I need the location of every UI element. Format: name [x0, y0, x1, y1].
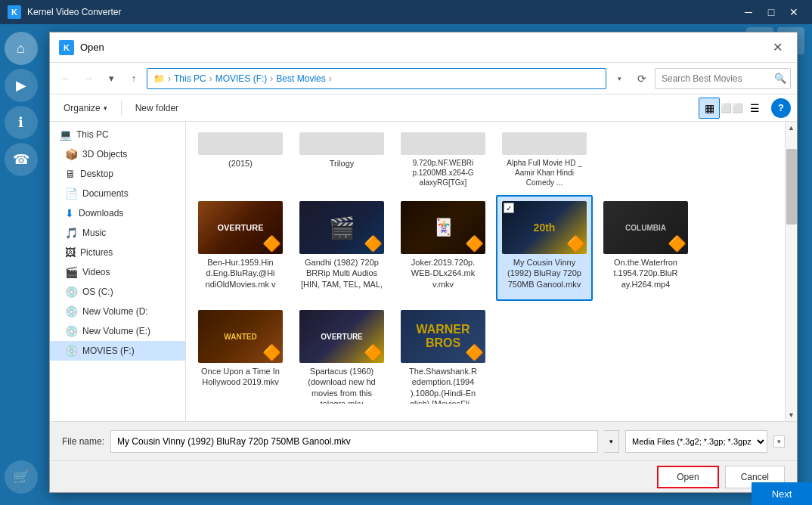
files-area: (2015) Trilogy 9.720p.NF.WEBRi p.1200MB.…	[186, 122, 797, 421]
nav-item-videos[interactable]: 🎬 Videos	[50, 262, 185, 282]
vlc-icon: 🔶	[262, 234, 281, 253]
file-name-joker: Joker.2019.720p. WEB-DLx264.mk v.mkv	[401, 257, 485, 290]
file-item-joker[interactable]: 🃏 🔶 Joker.2019.720p. WEB-DLx264.mk v.mkv	[395, 195, 491, 301]
filename-label: File name:	[62, 436, 104, 447]
view-icons-button[interactable]: ▦	[699, 98, 720, 119]
window-controls: ─ □ ✕	[738, 2, 804, 23]
vlc-icon-vinny: 🔶	[566, 234, 585, 253]
view-details-button[interactable]: ⬜⬜	[721, 98, 742, 119]
new-folder-button[interactable]: New folder	[128, 98, 186, 119]
close-button[interactable]: ✕	[783, 2, 804, 23]
nav-item-downloads[interactable]: ⬇ Downloads	[50, 203, 185, 223]
desktop-icon: 🖥	[65, 168, 76, 180]
nav-item-pictures[interactable]: 🖼 Pictures	[50, 243, 185, 262]
filename-dropdown[interactable]: ▾	[604, 430, 619, 453]
scroll-up-arrow[interactable]: ▲	[788, 122, 795, 134]
action-buttons-row: Open Cancel	[50, 460, 797, 492]
breadcrumb-movies[interactable]: MOVIES (F:)	[215, 73, 268, 84]
nav-item-desktop[interactable]: 🖥 Desktop	[50, 164, 185, 184]
file-item-shawshank[interactable]: WARNERBROS 🔶 The.Shawshank.R edemption.(…	[395, 304, 491, 410]
vlc-icon-gandhi: 🔶	[364, 234, 383, 253]
open-button[interactable]: Open	[657, 466, 718, 488]
content-area: 💻 This PC 📦 3D Objects 🖥 Desktop 📄 Docum…	[50, 122, 797, 421]
nav-item-thispc[interactable]: 💻 This PC	[50, 125, 185, 144]
scroll-track	[786, 134, 797, 409]
files-grid: OVERTURE 🔶 Ben-Hur.1959.Hin d.Eng.BluRay…	[192, 195, 791, 410]
scroll-thumb[interactable]	[786, 149, 797, 225]
disk-e-icon: 💿	[65, 325, 78, 337]
nav-item-documents[interactable]: 📄 Documents	[50, 184, 185, 203]
dialog-title-bar: K Open ✕	[50, 33, 797, 63]
file-item-onceupon[interactable]: WANTED 🔶 Once Upon a Time In Hollywood 2…	[192, 304, 289, 410]
filename-bar: File name: ▾ Media Files (*.3g2; *.3gp; …	[50, 421, 797, 460]
file-name-vinny: My Cousin Vinny (1992) BluRay 720p 750MB…	[502, 257, 587, 290]
refresh-button[interactable]: ⟳	[632, 69, 652, 88]
scroll-down-arrow[interactable]: ▼	[788, 409, 795, 421]
file-thumb-benhur: OVERTURE 🔶	[198, 201, 283, 254]
sidebar-info-button[interactable]: ℹ	[5, 106, 38, 139]
toolbar: Organize ▾ New folder ▦ ⬜⬜ ☰ ?	[50, 94, 797, 122]
app-icon: K	[8, 5, 21, 19]
disk-f-icon: 💿	[65, 345, 78, 357]
videos-icon: 🎬	[65, 266, 78, 278]
up-button[interactable]: ↑	[124, 69, 144, 88]
dialog-icon: K	[59, 40, 74, 55]
sidebar-home-button[interactable]: ⌂	[5, 32, 38, 65]
file-item-spartacus[interactable]: OVERTURE 🔶 Spartacus (1960) (download ne…	[293, 304, 390, 410]
sidebar-video-button[interactable]: ▶	[5, 69, 38, 102]
partial-top-row: (2015) Trilogy 9.720p.NF.WEBRi p.1200MB.…	[192, 128, 791, 192]
vertical-scrollbar[interactable]: ▲ ▼	[785, 122, 797, 421]
file-item-benhur[interactable]: OVERTURE 🔶 Ben-Hur.1959.Hin d.Eng.BluRay…	[192, 195, 289, 301]
file-name-gandhi: Gandhi (1982) 720p BRRip Multi Audios [H…	[299, 257, 384, 295]
minimize-button[interactable]: ─	[738, 2, 759, 23]
address-dropdown-button[interactable]: ▾	[609, 69, 629, 88]
files-scroll-container[interactable]: (2015) Trilogy 9.720p.NF.WEBRi p.1200MB.…	[186, 122, 797, 421]
vlc-icon-waterfront: 🔶	[668, 234, 686, 253]
view-list-button[interactable]: ☰	[744, 98, 765, 119]
file-thumb-gandhi: 🎬 🔶	[299, 201, 384, 254]
file-item-gandhi[interactable]: 🎬 🔶 Gandhi (1982) 720p BRRip Multi Audio…	[293, 195, 390, 301]
computer-icon: 💻	[59, 129, 72, 141]
address-bar: ← → ▾ ↑ 📁 › This PC › MOVIES (F:) › Best…	[50, 63, 797, 94]
maximize-button[interactable]: □	[761, 2, 782, 23]
sidebar-phone-button[interactable]: ☎	[5, 143, 38, 176]
file-name-spartacus: Spartacus (1960) (download new hd movies…	[299, 366, 384, 404]
dialog-close-button[interactable]: ✕	[767, 37, 788, 58]
file-thumb-joker: 🃏 🔶	[401, 201, 485, 254]
view-buttons: ▦ ⬜⬜ ☰	[699, 98, 765, 119]
downloads-icon: ⬇	[65, 207, 74, 219]
vlc-icon-spartacus: 🔶	[364, 343, 383, 361]
nav-item-movies-f[interactable]: 💿 MOVIES (F:)	[50, 341, 185, 361]
organize-button[interactable]: Organize ▾	[56, 98, 115, 119]
partial-item-2: Trilogy	[293, 128, 390, 192]
music-icon: 🎵	[65, 227, 78, 239]
toolbar-separator	[121, 101, 122, 116]
new-volume-label: New Volume (E:)	[82, 326, 179, 336]
disk-c-icon: 💿	[65, 286, 78, 298]
partial-item-5	[597, 128, 694, 192]
app-title: Kernel Video Converter	[27, 7, 738, 17]
nav-item-music[interactable]: 🎵 Music	[50, 223, 185, 243]
back-button[interactable]: ←	[56, 69, 76, 88]
next-button[interactable]: Next	[752, 482, 812, 505]
filename-input[interactable]	[110, 430, 598, 453]
nav-item-newvol-d[interactable]: 💿 New Volume (D:	[50, 302, 185, 321]
dropdown-nav-button[interactable]: ▾	[101, 69, 121, 88]
nav-item-3dobjects[interactable]: 📦 3D Objects	[50, 144, 185, 164]
file-item-vinny[interactable]: ✓ 20th 🔶 My Cousin Vinny (1992) BluRay 7…	[496, 195, 593, 301]
help-button[interactable]: ?	[771, 98, 791, 118]
search-input[interactable]	[655, 68, 791, 89]
file-item-waterfront[interactable]: COLUMBIA 🔶 On.the.Waterfron t.1954.720p.…	[597, 195, 694, 301]
sidebar-shop-button[interactable]: 🛒	[5, 460, 38, 494]
nav-item-newvol-e[interactable]: 💿 New Volume (E:)	[50, 321, 185, 341]
file-thumb-waterfront: COLUMBIA 🔶	[603, 201, 688, 254]
breadcrumb-thispc[interactable]: This PC	[174, 73, 206, 84]
filetype-dropdown[interactable]: ▾	[773, 435, 785, 448]
left-navigation: 💻 This PC 📦 3D Objects 🖥 Desktop 📄 Docum…	[50, 122, 186, 421]
breadcrumb-bestmovies[interactable]: Best Movies	[276, 73, 325, 84]
3dobjects-icon: 📦	[65, 148, 78, 160]
forward-button[interactable]: →	[79, 69, 98, 88]
breadcrumb-folder-icon[interactable]: 📁	[153, 73, 165, 84]
nav-item-osc[interactable]: 💿 OS (C:)	[50, 282, 185, 302]
filetype-select[interactable]: Media Files (*.3g2; *.3gp; *.3gpz	[625, 430, 767, 453]
